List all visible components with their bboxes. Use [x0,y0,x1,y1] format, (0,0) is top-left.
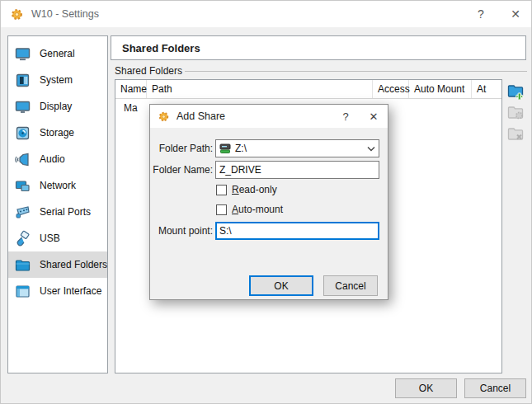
window-close-button[interactable]: ✕ [498,1,532,27]
dialog-ok-button[interactable]: OK [249,275,313,296]
settings-ok-button[interactable]: OK [395,378,457,398]
column-header-access: Access [373,80,409,98]
read-only-row: Read-only [216,184,277,195]
network-drive-icon [219,143,231,154]
network-icon [14,177,31,195]
sidebar-item-label: System [40,74,73,86]
sidebar-item-label: User Interface [40,285,101,297]
sidebar-item-system[interactable]: System [8,67,107,93]
sidebar-item-serial-ports[interactable]: Serial Ports [8,199,107,225]
edit-folder-icon [507,105,525,121]
sidebar-item-label: Shared Folders [40,259,107,270]
sidebar-item-network[interactable]: Network [8,172,107,199]
add-shared-folder-button[interactable] [506,82,526,101]
folder-path-label: Folder Path: [150,143,213,154]
dialog-title: Add Share [177,110,332,122]
system-icon [14,72,31,89]
column-header-auto-mount: Auto Mount [409,80,472,98]
settings-sidebar: General System Display Storage Audio Net… [7,35,108,373]
usb-icon [14,230,31,247]
sidebar-item-label: Network [40,180,76,191]
shared-folders-icon [14,256,31,274]
auto-mount-label[interactable]: Auto-mount [232,204,283,215]
sidebar-item-label: General [40,48,75,59]
group-divider [185,71,527,72]
settings-cancel-button[interactable]: Cancel [464,378,526,398]
column-header-name: Name [115,80,147,98]
read-only-label[interactable]: Read-only [232,184,277,195]
sidebar-item-user-interface[interactable]: User Interface [8,278,107,304]
sidebar-item-general[interactable]: General [8,40,107,67]
sidebar-item-label: Display [40,101,72,112]
page-title: Shared Folders [111,35,526,60]
dialog-gear-icon [158,110,170,123]
sidebar-item-label: Storage [40,127,74,139]
column-header-at: At [472,80,501,98]
add-folder-icon [507,83,525,100]
column-header-path: Path [147,80,373,98]
window-title: W10 - Settings [31,8,464,20]
general-icon [14,45,31,63]
storage-icon [14,124,31,142]
dialog-help-button[interactable]: ? [332,105,360,128]
window-title-bar[interactable]: W10 - Settings ? ✕ [1,1,532,27]
remove-shared-folder-button[interactable] [506,124,526,143]
dialog-title-bar[interactable]: Add Share ? ✕ [150,105,388,128]
sidebar-item-label: Audio [40,153,65,165]
audio-icon [14,151,31,168]
sidebar-item-shared-folders[interactable]: Shared Folders [8,251,107,278]
sidebar-item-usb[interactable]: USB [8,225,107,251]
settings-gear-icon [10,7,24,21]
mount-point-label: Mount point: [150,225,213,237]
auto-mount-checkbox[interactable] [216,204,227,215]
folder-name-label: Folder Name: [150,164,213,176]
table-header-row: Name Path Access Auto Mount At [115,80,501,99]
sidebar-item-label: Serial Ports [40,206,91,218]
sidebar-item-display[interactable]: Display [8,93,107,120]
auto-mount-row: Auto-mount [216,204,283,215]
user-interface-icon [14,283,31,300]
sidebar-item-label: USB [40,233,60,244]
folder-path-combobox[interactable]: Z:\ [215,139,379,157]
remove-folder-icon [507,126,525,143]
serial-ports-icon [14,204,31,221]
edit-shared-folder-button[interactable] [506,103,526,122]
sidebar-item-audio[interactable]: Audio [8,146,107,172]
window-help-button[interactable]: ? [464,1,498,27]
read-only-checkbox[interactable] [216,185,227,195]
add-share-dialog: Add Share ? ✕ Folder Path: Z:\ Folder Na… [149,104,388,300]
dialog-cancel-button[interactable]: Cancel [323,275,378,296]
display-icon [14,98,31,115]
sidebar-item-storage[interactable]: Storage [8,120,107,146]
folder-name-input[interactable] [215,161,379,179]
dialog-close-button[interactable]: ✕ [360,105,388,128]
settings-window: { "window": { "title": "W10 - Settings",… [0,0,532,404]
mount-point-input[interactable] [215,222,379,240]
chevron-down-icon [367,146,375,152]
folder-actions-toolbar [506,82,526,143]
folder-path-value: Z:\ [235,143,363,154]
shared-folders-group-label: Shared Folders [115,65,182,77]
